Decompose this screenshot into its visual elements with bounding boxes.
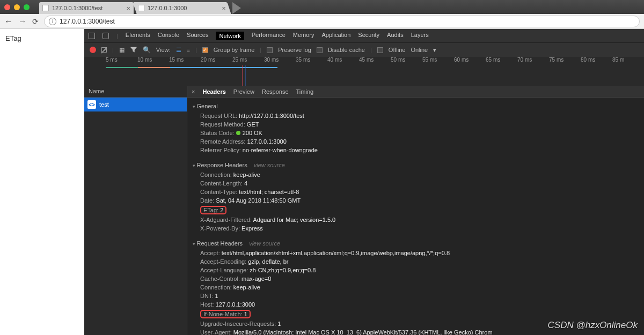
request-name: test — [99, 101, 109, 108]
response-headers-section-header[interactable]: Response Headersview source — [193, 162, 639, 168]
devtools-panel-tabs: | ElementsConsoleSourcesNetworkPerforman… — [84, 29, 644, 43]
panel-tab-audits[interactable]: Audits — [387, 32, 404, 40]
detail-tab-preview[interactable]: Preview — [233, 88, 254, 95]
detail-tab-response[interactable]: Response — [262, 88, 289, 95]
close-tab-icon[interactable]: × — [222, 4, 226, 12]
view-source-link[interactable]: view source — [254, 162, 285, 168]
timeline-tick: 60 ms — [454, 57, 486, 65]
disable-cache-label: Disable cache — [328, 47, 365, 53]
reload-button[interactable]: ⟳ — [32, 17, 39, 26]
timeline-tick: 5 ms — [106, 57, 137, 65]
maximize-icon[interactable] — [24, 4, 30, 10]
response-connection: Connection: keep-alive — [193, 170, 639, 179]
browser-toolbar: ← → ⟳ i 127.0.0.1:3000/test — [0, 14, 644, 29]
close-detail-icon[interactable]: × — [192, 88, 195, 95]
response-x-powered-by: X-Powered-By: Express — [193, 224, 639, 233]
timeline-tick: 40 ms — [327, 57, 359, 65]
timeline-tick: 45 ms — [359, 57, 391, 65]
close-icon[interactable] — [4, 4, 10, 10]
name-column-header[interactable]: Name — [84, 86, 187, 98]
group-by-frame-checkbox[interactable]: ✓ — [202, 47, 208, 53]
online-label[interactable]: Online — [411, 47, 428, 53]
request-connection: Connection: keep-alive — [193, 283, 639, 292]
offline-checkbox[interactable] — [377, 47, 383, 53]
panel-tab-network[interactable]: Network — [216, 32, 244, 40]
camera-icon[interactable]: ▦ — [119, 47, 125, 54]
panel-tab-layers[interactable]: Layers — [411, 32, 429, 40]
response-date: Date: Sat, 04 Aug 2018 11:48:50 GMT — [193, 196, 639, 205]
url-text: 127.0.0.1:3000/test — [60, 18, 115, 25]
detail-tab-headers[interactable]: Headers — [202, 88, 225, 95]
page-body-text: ETag — [5, 34, 21, 42]
inspect-icon[interactable] — [89, 33, 95, 39]
request-host: Host: 127.0.0.1:3000 — [193, 300, 639, 309]
tab-title: 127.0.0.1:3000/test — [52, 5, 130, 11]
panel-tab-memory[interactable]: Memory — [293, 32, 314, 40]
timeline-tick: 30 ms — [264, 57, 296, 65]
timeline-tick: 50 ms — [391, 57, 422, 65]
request-list: Name <> test — [84, 86, 187, 335]
referrer-policy: Referrer Policy: no-referrer-when-downgr… — [193, 146, 639, 154]
browser-tab-active[interactable]: 127.0.0.1:3000/test × — [39, 2, 134, 14]
timeline-tick: 55 ms — [422, 57, 454, 65]
view-source-link[interactable]: view source — [249, 240, 280, 247]
new-tab-button[interactable] — [232, 2, 241, 14]
minimize-icon[interactable] — [14, 4, 20, 10]
general-section-header[interactable]: General — [193, 103, 639, 109]
disable-cache-checkbox[interactable] — [317, 47, 323, 53]
filter-icon[interactable] — [130, 46, 137, 54]
panel-tab-sources[interactable]: Sources — [187, 32, 208, 40]
request-row[interactable]: <> test — [84, 98, 187, 111]
request-detail: × HeadersPreviewResponseTiming General R… — [187, 86, 644, 335]
window-titlebar: 127.0.0.1:3000/test × 127.0.0.1:3000 × — [0, 0, 644, 14]
record-icon[interactable] — [90, 47, 96, 53]
device-toggle-icon[interactable] — [103, 33, 109, 39]
view-small-icon[interactable]: ≡ — [187, 47, 190, 53]
browser-tab[interactable]: 127.0.0.1:3000 × — [133, 2, 231, 14]
view-label: View: — [156, 47, 171, 53]
request-accept-language: Accept-Language: zh-CN,zh;q=0.9,en;q=0.8 — [193, 266, 639, 274]
offline-label: Offline — [389, 47, 406, 53]
group-by-frame-label: Group by frame — [214, 47, 254, 53]
detail-tabs: × HeadersPreviewResponseTiming — [187, 86, 644, 98]
panel-tab-application[interactable]: Application — [322, 32, 351, 40]
forward-button[interactable]: → — [18, 17, 27, 26]
timeline-tick: 35 ms — [296, 57, 327, 65]
throttle-dropdown-icon[interactable]: ▾ — [433, 47, 436, 54]
close-tab-icon[interactable]: × — [126, 4, 130, 12]
search-icon[interactable]: 🔍 — [143, 46, 151, 54]
request-dnt: DNT: 1 — [193, 292, 639, 300]
network-toolbar: | ▦ 🔍 View: ☰ ≡ | ✓ Group by frame | Pre… — [84, 43, 644, 57]
response-content-length: Content-Length: 4 — [193, 179, 639, 188]
tab-title: 127.0.0.1:3000 — [148, 5, 226, 11]
response-x-adguard: X-Adguard-Filtered: Adguard for Mac; ver… — [193, 215, 639, 224]
network-timeline[interactable]: 5 ms10 ms15 ms20 ms25 ms30 ms35 ms40 ms4… — [84, 57, 644, 86]
devtools-panel: | ElementsConsoleSourcesNetworkPerforman… — [84, 29, 644, 335]
timeline-tick: 20 ms — [201, 57, 232, 65]
info-icon[interactable]: i — [49, 18, 56, 25]
timeline-tick: 75 ms — [549, 57, 581, 65]
request-method: Request Method: GET — [193, 120, 639, 129]
page-content: ETag — [0, 29, 84, 335]
view-large-icon[interactable]: ☰ — [176, 47, 181, 54]
status-code: Status Code: 200 OK — [193, 129, 639, 137]
clear-icon[interactable] — [101, 47, 107, 53]
panel-tab-elements[interactable]: Elements — [126, 32, 150, 40]
browser-tabs: 127.0.0.1:3000/test × 127.0.0.1:3000 × — [39, 0, 241, 14]
panel-tab-console[interactable]: Console — [158, 32, 179, 40]
panel-tab-performance[interactable]: Performance — [252, 32, 286, 40]
preserve-log-label: Preserve log — [278, 47, 311, 53]
request-accept: Accept: text/html,application/xhtml+xml,… — [193, 249, 639, 257]
request-headers-section-header[interactable]: Request Headersview source — [193, 240, 639, 247]
page-icon — [138, 5, 144, 11]
panel-tab-security[interactable]: Security — [358, 32, 379, 40]
page-icon — [42, 5, 49, 11]
timeline-tick: 85 m — [612, 57, 644, 65]
preserve-log-checkbox[interactable] — [267, 47, 273, 53]
traffic-lights — [4, 4, 30, 10]
detail-tab-timing[interactable]: Timing — [296, 88, 314, 95]
request-if-none-match: If-None-Match: 1 — [193, 309, 639, 319]
address-bar[interactable]: i 127.0.0.1:3000/test — [44, 16, 640, 27]
back-button[interactable]: ← — [4, 17, 13, 26]
timeline-tick: 25 ms — [232, 57, 264, 65]
